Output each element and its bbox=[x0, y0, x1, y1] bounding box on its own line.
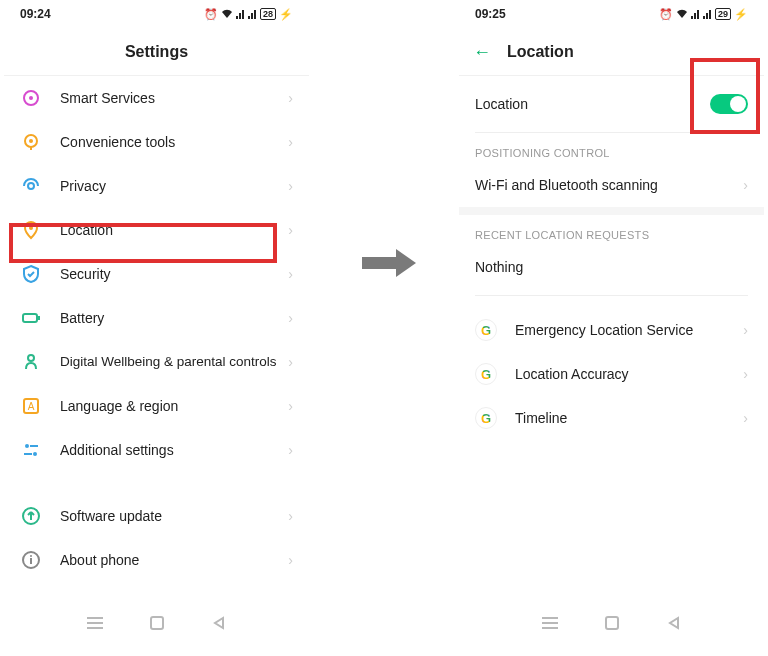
row-label: Additional settings bbox=[60, 441, 288, 459]
location-list: Location Positioning Control Wi-Fi and B… bbox=[459, 76, 764, 606]
row-security[interactable]: Security › bbox=[4, 252, 309, 296]
location-toggle[interactable] bbox=[710, 94, 748, 114]
chevron-right-icon: › bbox=[288, 266, 293, 282]
svg-rect-18 bbox=[30, 445, 38, 447]
alarm-icon: ⏰ bbox=[204, 8, 218, 21]
battery-icon: 28 bbox=[260, 8, 276, 20]
row-privacy[interactable]: Privacy › bbox=[4, 164, 309, 208]
row-label: Emergency Location Service bbox=[515, 321, 743, 339]
row-additional-settings[interactable]: Additional settings › bbox=[4, 428, 309, 472]
chevron-right-icon: › bbox=[288, 90, 293, 106]
row-label: Digital Wellbeing & parental controls bbox=[60, 353, 288, 371]
row-label: About phone bbox=[60, 551, 288, 569]
chevron-right-icon: › bbox=[743, 322, 748, 338]
svg-point-10 bbox=[28, 183, 34, 189]
row-location-accuracy[interactable]: G Location Accuracy › bbox=[459, 352, 764, 396]
signal-icon-2 bbox=[248, 9, 257, 19]
svg-point-23 bbox=[30, 555, 32, 557]
phone-location: 09:25 ⏰ 29 ⚡ ← Location Location Positio… bbox=[459, 0, 764, 640]
google-icon: G bbox=[475, 319, 497, 341]
svg-point-14 bbox=[28, 355, 34, 361]
row-location-toggle[interactable]: Location bbox=[459, 76, 764, 132]
row-software-update[interactable]: Software update › bbox=[4, 494, 309, 538]
row-convenience-tools[interactable]: Convenience tools › bbox=[4, 120, 309, 164]
section-header-positioning: Positioning Control bbox=[459, 133, 764, 163]
header: Settings bbox=[4, 28, 309, 76]
back-button[interactable]: ← bbox=[473, 41, 491, 62]
charging-icon: ⚡ bbox=[734, 8, 748, 21]
svg-point-11 bbox=[29, 226, 33, 230]
row-smart-services[interactable]: Smart Services › bbox=[4, 76, 309, 120]
nav-home-icon[interactable] bbox=[604, 615, 620, 631]
row-label: Convenience tools bbox=[60, 133, 288, 151]
svg-rect-5 bbox=[254, 10, 256, 19]
row-wifi-bluetooth-scanning[interactable]: Wi-Fi and Bluetooth scanning › bbox=[459, 163, 764, 207]
status-bar: 09:24 ⏰ 28 ⚡ bbox=[4, 0, 309, 28]
row-label: Software update bbox=[60, 507, 288, 525]
nav-bar bbox=[4, 606, 309, 640]
chevron-right-icon: › bbox=[288, 354, 293, 370]
chevron-right-icon: › bbox=[288, 508, 293, 524]
status-icons: ⏰ 28 ⚡ bbox=[204, 8, 293, 21]
wellbeing-icon bbox=[20, 351, 42, 373]
nav-recent-icon[interactable] bbox=[87, 615, 103, 631]
charging-icon: ⚡ bbox=[279, 8, 293, 21]
row-label: Location Accuracy bbox=[515, 365, 743, 383]
svg-rect-34 bbox=[709, 10, 711, 19]
svg-rect-38 bbox=[606, 617, 618, 629]
chevron-right-icon: › bbox=[288, 178, 293, 194]
svg-point-9 bbox=[29, 139, 33, 143]
status-icons: ⏰ 29 ⚡ bbox=[659, 8, 748, 21]
toggle-label: Location bbox=[475, 95, 710, 113]
row-location[interactable]: Location › bbox=[4, 208, 309, 252]
row-about-phone[interactable]: About phone › bbox=[4, 538, 309, 582]
row-label: Smart Services bbox=[60, 89, 288, 107]
phone-settings: 09:24 ⏰ 28 ⚡ Settings Smart Services › bbox=[4, 0, 309, 640]
language-icon: A bbox=[20, 395, 42, 417]
convenience-tools-icon bbox=[20, 131, 42, 153]
additional-settings-icon bbox=[20, 439, 42, 461]
google-icon: G bbox=[475, 363, 497, 385]
wifi-icon bbox=[221, 9, 233, 19]
nav-home-icon[interactable] bbox=[149, 615, 165, 631]
section-header-recent-requests: Recent Location Requests bbox=[459, 215, 764, 245]
status-bar: 09:25 ⏰ 29 ⚡ bbox=[459, 0, 764, 28]
nav-back-icon[interactable] bbox=[666, 615, 682, 631]
svg-rect-33 bbox=[706, 13, 708, 19]
svg-rect-31 bbox=[697, 10, 699, 19]
nav-recent-icon[interactable] bbox=[542, 615, 558, 631]
svg-rect-25 bbox=[87, 617, 103, 619]
row-label: Battery bbox=[60, 309, 288, 327]
svg-rect-24 bbox=[30, 558, 32, 564]
svg-point-19 bbox=[33, 452, 37, 456]
row-label: Security bbox=[60, 265, 288, 283]
svg-rect-12 bbox=[23, 314, 37, 322]
row-digital-wellbeing[interactable]: Digital Wellbeing & parental controls › bbox=[4, 340, 309, 384]
chevron-right-icon: › bbox=[288, 398, 293, 414]
row-label: Nothing bbox=[475, 258, 748, 276]
software-update-icon bbox=[20, 505, 42, 527]
row-label: Location bbox=[60, 221, 288, 239]
nav-back-icon[interactable] bbox=[211, 615, 227, 631]
row-battery[interactable]: Battery › bbox=[4, 296, 309, 340]
alarm-icon: ⏰ bbox=[659, 8, 673, 21]
settings-list: Smart Services › Convenience tools › Pri… bbox=[4, 76, 309, 606]
svg-rect-28 bbox=[151, 617, 163, 629]
row-timeline[interactable]: G Timeline › bbox=[459, 396, 764, 440]
page-title: Location bbox=[507, 43, 574, 61]
header: ← Location bbox=[459, 28, 764, 76]
svg-rect-0 bbox=[236, 16, 238, 19]
row-label: Wi-Fi and Bluetooth scanning bbox=[475, 176, 743, 194]
arrow-right-icon bbox=[362, 248, 422, 278]
chevron-right-icon: › bbox=[743, 177, 748, 193]
row-emergency-location[interactable]: G Emergency Location Service › bbox=[459, 308, 764, 352]
row-language-region[interactable]: A Language & region › bbox=[4, 384, 309, 428]
about-phone-icon bbox=[20, 549, 42, 571]
svg-rect-4 bbox=[251, 13, 253, 19]
svg-rect-35 bbox=[542, 617, 558, 619]
signal-icon-2 bbox=[703, 9, 712, 19]
svg-rect-20 bbox=[24, 453, 32, 455]
row-recent-nothing: Nothing bbox=[459, 245, 764, 289]
chevron-right-icon: › bbox=[288, 222, 293, 238]
row-label: Language & region bbox=[60, 397, 288, 415]
